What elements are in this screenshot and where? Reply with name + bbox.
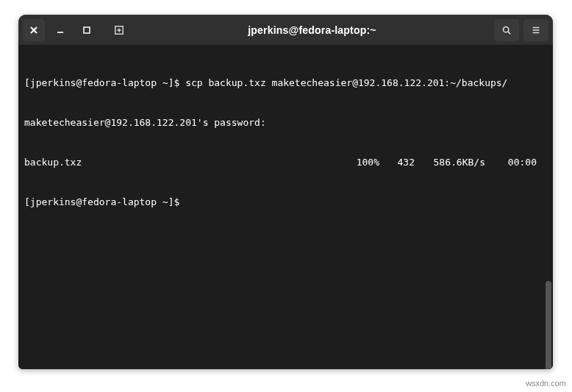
watermark: wsxdn.com: [526, 379, 566, 388]
transfer-time: 00:00: [485, 156, 537, 169]
transfer-size: 432: [379, 156, 415, 169]
transfer-rate: 586.6KB/s: [415, 156, 485, 169]
maximize-button[interactable]: [76, 19, 98, 41]
prompt: [jperkins@fedora-laptop ~]$: [24, 196, 185, 207]
minimize-icon: [55, 25, 65, 35]
svg-point-2: [503, 26, 508, 32]
command-text: scp backup.txz maketecheasier@192.168.12…: [185, 77, 507, 88]
titlebar-right-controls: [494, 19, 548, 41]
new-tab-button[interactable]: [108, 19, 130, 41]
terminal-line: [jperkins@fedora-laptop ~]$: [24, 196, 547, 209]
password-prompt: maketecheasier@192.168.122.201's passwor…: [24, 117, 266, 128]
maximize-icon: [82, 25, 92, 35]
terminal-line: maketecheasier@192.168.122.201's passwor…: [24, 116, 547, 129]
close-icon: [29, 25, 39, 35]
minimize-button[interactable]: [49, 19, 71, 41]
menu-button[interactable]: [523, 19, 548, 41]
scp-progress-line: backup.txz 100%432586.6KB/s00:00: [24, 156, 547, 169]
transfer-stats: 100%432586.6KB/s00:00: [82, 156, 547, 169]
prompt: [jperkins@fedora-laptop ~]$: [24, 77, 185, 88]
search-icon: [501, 25, 512, 35]
scrollbar-thumb[interactable]: [546, 281, 551, 369]
close-button[interactable]: [23, 19, 45, 41]
search-button[interactable]: [494, 19, 519, 41]
new-tab-icon: [114, 25, 124, 35]
window-title: jperkins@fedora-laptop:~: [135, 24, 490, 36]
titlebar: jperkins@fedora-laptop:~: [18, 15, 553, 46]
terminal-window: jperkins@fedora-laptop:~ [jperkins@fedor…: [18, 15, 553, 369]
transfer-file: backup.txz: [24, 156, 82, 169]
svg-rect-0: [84, 27, 90, 33]
terminal-body[interactable]: [jperkins@fedora-laptop ~]$ scp backup.t…: [18, 46, 553, 369]
transfer-percent: 100%: [344, 156, 379, 169]
hamburger-icon: [531, 25, 541, 35]
terminal-line: [jperkins@fedora-laptop ~]$ scp backup.t…: [24, 76, 547, 90]
